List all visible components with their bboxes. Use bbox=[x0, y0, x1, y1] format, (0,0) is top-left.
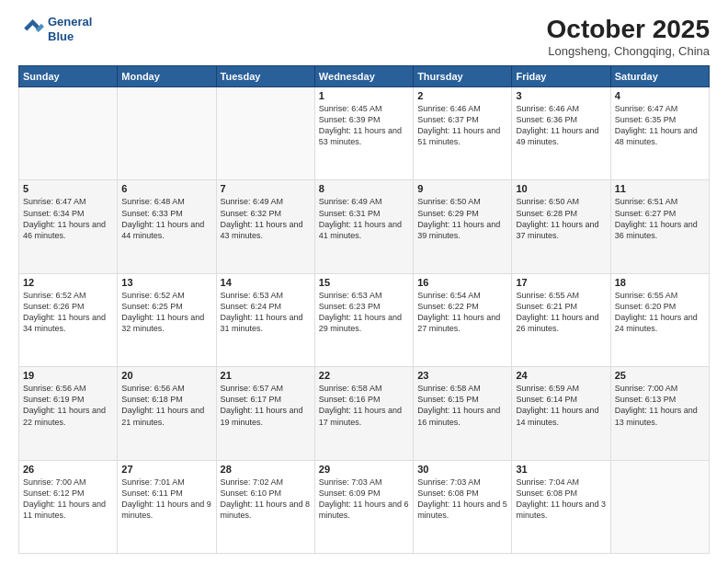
calendar-cell: 31Sunrise: 7:04 AMSunset: 6:08 PMDayligh… bbox=[512, 460, 610, 553]
cell-info: Sunset: 6:21 PM bbox=[516, 301, 606, 312]
cell-info: Daylight: 11 hours and 24 minutes. bbox=[615, 312, 705, 334]
cell-info: Daylight: 11 hours and 48 minutes. bbox=[615, 125, 705, 147]
calendar-cell: 28Sunrise: 7:02 AMSunset: 6:10 PMDayligh… bbox=[216, 460, 314, 553]
cell-info: Sunrise: 6:54 AM bbox=[417, 290, 507, 301]
cell-info: Sunset: 6:37 PM bbox=[417, 114, 507, 125]
calendar-cell bbox=[19, 87, 118, 180]
cell-info: Daylight: 11 hours and 14 minutes. bbox=[516, 405, 606, 427]
calendar-cell: 7Sunrise: 6:49 AMSunset: 6:32 PMDaylight… bbox=[216, 180, 314, 273]
cell-info: Sunrise: 6:49 AM bbox=[319, 196, 409, 207]
cell-info: Sunset: 6:17 PM bbox=[221, 394, 311, 405]
day-number: 4 bbox=[615, 90, 705, 101]
day-header-tuesday: Tuesday bbox=[216, 66, 314, 87]
logo-icon bbox=[18, 17, 44, 42]
calendar-cell: 26Sunrise: 7:00 AMSunset: 6:12 PMDayligh… bbox=[19, 460, 118, 553]
page: General Blue October 2025 Longsheng, Cho… bbox=[0, 0, 728, 563]
header: General Blue October 2025 Longsheng, Cho… bbox=[18, 15, 710, 58]
cell-info: Sunrise: 6:47 AM bbox=[23, 196, 113, 207]
cell-info: Sunrise: 7:01 AM bbox=[121, 477, 211, 488]
day-number: 10 bbox=[516, 183, 606, 194]
title-block: October 2025 Longsheng, Chongqing, China bbox=[547, 15, 710, 58]
calendar-cell: 30Sunrise: 7:03 AMSunset: 6:08 PMDayligh… bbox=[414, 460, 512, 553]
cell-info: Sunset: 6:12 PM bbox=[23, 488, 113, 499]
week-row-1: 1Sunrise: 6:45 AMSunset: 6:39 PMDaylight… bbox=[19, 87, 710, 180]
cell-info: Daylight: 11 hours and 49 minutes. bbox=[516, 125, 606, 147]
day-number: 16 bbox=[417, 277, 507, 288]
cell-info: Sunset: 6:33 PM bbox=[121, 208, 211, 219]
cell-info: Sunrise: 6:46 AM bbox=[417, 103, 507, 114]
day-header-monday: Monday bbox=[118, 66, 216, 87]
calendar-cell: 29Sunrise: 7:03 AMSunset: 6:09 PMDayligh… bbox=[314, 460, 413, 553]
calendar-cell: 9Sunrise: 6:50 AMSunset: 6:29 PMDaylight… bbox=[414, 180, 512, 273]
day-number: 28 bbox=[221, 464, 311, 475]
cell-info: Sunrise: 6:50 AM bbox=[516, 196, 606, 207]
logo-text: General Blue bbox=[48, 15, 92, 43]
cell-info: Daylight: 11 hours and 5 minutes. bbox=[417, 499, 507, 521]
cell-info: Sunset: 6:36 PM bbox=[516, 114, 606, 125]
day-number: 23 bbox=[417, 370, 507, 381]
cell-info: Daylight: 11 hours and 32 minutes. bbox=[121, 312, 211, 334]
cell-info: Sunrise: 6:46 AM bbox=[516, 103, 606, 114]
day-number: 13 bbox=[121, 277, 211, 288]
day-number: 1 bbox=[319, 90, 409, 101]
calendar-cell: 14Sunrise: 6:53 AMSunset: 6:24 PMDayligh… bbox=[216, 273, 314, 366]
calendar: SundayMondayTuesdayWednesdayThursdayFrid… bbox=[18, 65, 710, 554]
day-number: 31 bbox=[516, 464, 606, 475]
calendar-cell: 10Sunrise: 6:50 AMSunset: 6:28 PMDayligh… bbox=[512, 180, 610, 273]
day-number: 6 bbox=[121, 183, 211, 194]
day-number: 20 bbox=[121, 370, 211, 381]
cell-info: Daylight: 11 hours and 13 minutes. bbox=[615, 405, 705, 427]
cell-info: Sunrise: 6:55 AM bbox=[615, 290, 705, 301]
day-number: 2 bbox=[417, 90, 507, 101]
calendar-cell: 13Sunrise: 6:52 AMSunset: 6:25 PMDayligh… bbox=[118, 273, 216, 366]
cell-info: Sunrise: 7:00 AM bbox=[615, 383, 705, 394]
week-row-4: 19Sunrise: 6:56 AMSunset: 6:19 PMDayligh… bbox=[19, 367, 710, 460]
calendar-cell: 15Sunrise: 6:53 AMSunset: 6:23 PMDayligh… bbox=[314, 273, 413, 366]
calendar-cell: 25Sunrise: 7:00 AMSunset: 6:13 PMDayligh… bbox=[610, 367, 709, 460]
cell-info: Daylight: 11 hours and 43 minutes. bbox=[221, 219, 311, 241]
cell-info: Daylight: 11 hours and 8 minutes. bbox=[221, 499, 311, 521]
calendar-cell: 18Sunrise: 6:55 AMSunset: 6:20 PMDayligh… bbox=[610, 273, 709, 366]
cell-info: Sunrise: 6:55 AM bbox=[516, 290, 606, 301]
cell-info: Daylight: 11 hours and 16 minutes. bbox=[417, 405, 507, 427]
cell-info: Daylight: 11 hours and 31 minutes. bbox=[221, 312, 311, 334]
day-number: 17 bbox=[516, 277, 606, 288]
calendar-cell: 16Sunrise: 6:54 AMSunset: 6:22 PMDayligh… bbox=[414, 273, 512, 366]
cell-info: Sunset: 6:18 PM bbox=[121, 394, 211, 405]
day-number: 15 bbox=[319, 277, 409, 288]
cell-info: Sunrise: 6:52 AM bbox=[121, 290, 211, 301]
cell-info: Sunrise: 6:59 AM bbox=[516, 383, 606, 394]
cell-info: Sunrise: 7:03 AM bbox=[319, 477, 409, 488]
cell-info: Sunset: 6:20 PM bbox=[615, 301, 705, 312]
cell-info: Sunrise: 6:51 AM bbox=[615, 196, 705, 207]
day-number: 12 bbox=[23, 277, 113, 288]
cell-info: Sunset: 6:22 PM bbox=[417, 301, 507, 312]
day-number: 22 bbox=[319, 370, 409, 381]
cell-info: Sunrise: 6:53 AM bbox=[319, 290, 409, 301]
cell-info: Sunrise: 6:49 AM bbox=[221, 196, 311, 207]
day-header-saturday: Saturday bbox=[610, 66, 709, 87]
cell-info: Sunset: 6:16 PM bbox=[319, 394, 409, 405]
calendar-cell bbox=[118, 87, 216, 180]
calendar-header-row: SundayMondayTuesdayWednesdayThursdayFrid… bbox=[19, 66, 710, 87]
cell-info: Sunset: 6:32 PM bbox=[221, 208, 311, 219]
calendar-body: 1Sunrise: 6:45 AMSunset: 6:39 PMDaylight… bbox=[19, 87, 710, 554]
cell-info: Daylight: 11 hours and 21 minutes. bbox=[121, 405, 211, 427]
day-number: 30 bbox=[417, 464, 507, 475]
day-header-thursday: Thursday bbox=[414, 66, 512, 87]
day-number: 5 bbox=[23, 183, 113, 194]
cell-info: Sunrise: 7:02 AM bbox=[221, 477, 311, 488]
cell-info: Sunset: 6:25 PM bbox=[121, 301, 211, 312]
calendar-cell: 11Sunrise: 6:51 AMSunset: 6:27 PMDayligh… bbox=[610, 180, 709, 273]
calendar-cell bbox=[216, 87, 314, 180]
calendar-cell: 24Sunrise: 6:59 AMSunset: 6:14 PMDayligh… bbox=[512, 367, 610, 460]
cell-info: Sunrise: 6:57 AM bbox=[221, 383, 311, 394]
cell-info: Sunrise: 6:52 AM bbox=[23, 290, 113, 301]
day-number: 18 bbox=[615, 277, 705, 288]
cell-info: Sunset: 6:31 PM bbox=[319, 208, 409, 219]
cell-info: Sunset: 6:08 PM bbox=[516, 488, 606, 499]
calendar-cell: 27Sunrise: 7:01 AMSunset: 6:11 PMDayligh… bbox=[118, 460, 216, 553]
day-number: 27 bbox=[121, 464, 211, 475]
day-number: 26 bbox=[23, 464, 113, 475]
cell-info: Sunrise: 6:48 AM bbox=[121, 196, 211, 207]
